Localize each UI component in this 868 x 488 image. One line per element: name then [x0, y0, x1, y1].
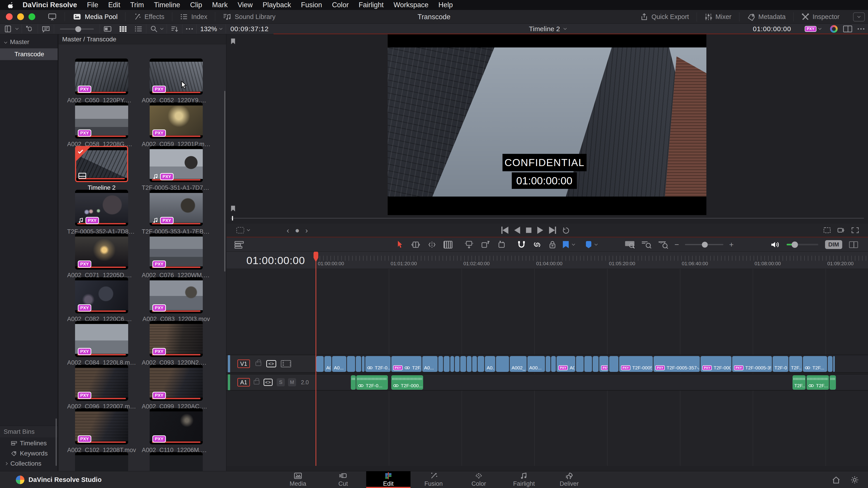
timeline-video-clip[interactable]: PXYT2F...	[391, 356, 422, 372]
loop-button[interactable]	[562, 226, 570, 234]
clip-thumbnail[interactable]: PXY	[150, 277, 203, 313]
a1-track-header[interactable]: A1 <> S M 2.0	[226, 375, 316, 390]
custom-zoom-icon[interactable]	[658, 240, 669, 249]
dim-button[interactable]: DIM	[825, 240, 842, 249]
timeline-video-clip[interactable]	[551, 356, 556, 372]
filmstrip-view-button[interactable]	[100, 24, 115, 34]
add-marker-icon[interactable]	[586, 241, 591, 248]
clip-thumbnail[interactable]: PXY	[75, 365, 128, 401]
media-pool-scrollbar[interactable]	[224, 91, 225, 271]
menu-help[interactable]: Help	[434, 1, 458, 9]
window-zoom-button[interactable]	[29, 13, 35, 20]
clip-thumbnail[interactable]: PXY	[150, 102, 203, 138]
media-pool-clip[interactable]	[150, 452, 203, 471]
timeline-video-clip[interactable]: T2F-0...	[365, 356, 391, 372]
proxy-mode-dropdown[interactable]: PXY	[801, 24, 825, 34]
media-pool-clip[interactable]: PXYA002_C099_1220AC.mov	[150, 365, 203, 401]
timeline-video-clip[interactable]	[455, 356, 460, 372]
clip-thumbnail[interactable]: PXY	[75, 321, 128, 357]
page-tab-fusion[interactable]: Fusion	[411, 471, 456, 488]
mixer-toggle[interactable]: Mixer	[697, 10, 739, 24]
timeline-video-clip[interactable]: T2F...	[789, 356, 802, 372]
timeline-video-clip[interactable]	[347, 356, 355, 372]
monitor-volume-slider[interactable]	[786, 244, 818, 246]
clip-thumbnail[interactable]: PXY	[75, 102, 128, 138]
page-tab-deliver[interactable]: Deliver	[547, 471, 591, 488]
timeline-video-clip[interactable]	[438, 356, 443, 372]
full-extent-zoom-icon[interactable]	[624, 240, 635, 249]
jog-control[interactable]: ‹ ● ›	[287, 224, 310, 237]
timeline-split-view-icon[interactable]	[849, 241, 858, 248]
timeline-video-clip[interactable]	[609, 356, 618, 372]
clip-thumbnail[interactable]: PXY	[75, 277, 128, 313]
metadata-toggle[interactable]: Metadata	[739, 10, 794, 24]
auto-select-icon[interactable]: <>	[266, 360, 276, 367]
timeline-video-clip[interactable]: PXYT2F-0005-35...	[732, 356, 772, 372]
media-pool-clip[interactable]: PXYA002_C052_1220Y9.mov	[150, 59, 203, 95]
clean-feed-icon[interactable]	[40, 10, 65, 24]
timeline-video-clip[interactable]	[467, 356, 471, 372]
menu-file[interactable]: File	[82, 1, 103, 9]
thumbnail-view-button[interactable]	[115, 24, 131, 34]
clip-thumbnail[interactable]: PXY	[75, 233, 128, 269]
timeline-video-clip[interactable]: A0...	[332, 356, 346, 372]
media-pool-clip[interactable]	[75, 452, 128, 471]
panel-collapse-button[interactable]	[853, 12, 865, 22]
dynamic-trim-mode-icon[interactable]	[427, 240, 437, 249]
media-pool-clip[interactable]: PXYA002_C093_1220N2.mov	[150, 321, 203, 357]
timeline-video-clip[interactable]	[460, 356, 466, 372]
relink-media-icon[interactable]	[22, 24, 38, 34]
menu-color[interactable]: Color	[327, 1, 354, 9]
clip-thumbnail[interactable]: PXY	[150, 321, 203, 357]
media-pool-clip[interactable]: PXYA002_C059_12201P.mov	[150, 102, 203, 138]
sidebar-scrollbar[interactable]	[56, 418, 57, 466]
sort-button[interactable]	[167, 24, 182, 34]
solo-button[interactable]: S	[277, 378, 285, 386]
track-name-v1[interactable]: V1	[237, 359, 250, 368]
timeline-video-clip[interactable]: A002_...	[510, 356, 527, 372]
inspector-toggle[interactable]: Inspector	[794, 10, 847, 24]
media-pool-options-icon[interactable]	[182, 24, 196, 34]
timeline-video-clip[interactable]: PXYT2F-0005-357-A...	[653, 356, 700, 372]
timeline-video-clip[interactable]: PXYT2F-000...	[701, 356, 732, 372]
flag-clip-icon[interactable]	[563, 241, 569, 248]
auto-select-icon[interactable]: <>	[264, 379, 273, 386]
timeline-audio-clip[interactable]	[351, 375, 356, 390]
timeline-selector[interactable]: Timeline 2	[529, 24, 566, 34]
window-close-button[interactable]	[6, 13, 13, 20]
page-tab-media[interactable]: Media	[276, 471, 320, 488]
stop-button[interactable]	[526, 228, 531, 233]
media-pool-clip[interactable]: PXYA002_C050_1220PY.mov	[75, 59, 128, 95]
clip-thumbnail[interactable]: PXY	[75, 408, 128, 445]
thumbnail-size-slider[interactable]	[60, 29, 94, 30]
sound-library-toggle[interactable]: Sound Library	[215, 10, 283, 24]
viewer-scrub-playhead[interactable]	[232, 216, 233, 221]
effects-toggle[interactable]: Effects	[125, 10, 172, 24]
timeline-zoom-slider[interactable]	[685, 244, 723, 245]
menu-edit[interactable]: Edit	[103, 1, 125, 9]
project-manager-icon[interactable]	[832, 476, 840, 484]
media-pool-clip[interactable]: PXYA002_C110_12206M.mov	[150, 408, 203, 445]
zoom-out-icon[interactable]: −	[675, 240, 679, 249]
v1-lane[interactable]: A0...A0...T2F-0...PXYT2F...A0...A0...A00…	[316, 355, 868, 372]
clip-thumbnail[interactable]: PXY	[150, 146, 203, 182]
window-minimize-button[interactable]	[17, 13, 24, 20]
trim-edit-mode-icon[interactable]	[411, 240, 421, 249]
slider-handle[interactable]	[75, 26, 81, 32]
menu-playback[interactable]: Playback	[258, 1, 296, 9]
play-reverse-button[interactable]	[514, 227, 520, 234]
expand-viewer-icon[interactable]	[851, 227, 859, 234]
audio-monitor-icon[interactable]	[770, 240, 780, 249]
insert-clip-icon[interactable]	[464, 240, 474, 249]
track-lock-icon[interactable]	[255, 361, 261, 366]
timeline-video-clip[interactable]	[362, 356, 365, 372]
resize-viewer-icon[interactable]	[823, 227, 831, 234]
clip-thumbnail[interactable]: PXY	[150, 408, 203, 445]
media-pool-clip[interactable]: PXYT2F-0005-353-A1-7EB2.mov	[150, 190, 203, 226]
menu-fairlight[interactable]: Fairlight	[354, 1, 389, 9]
viewer-marker-flag-icon[interactable]	[230, 38, 236, 45]
position-lock-icon[interactable]	[549, 240, 556, 249]
clip-thumbnail[interactable]: PXY	[150, 59, 203, 95]
timeline-video-clip[interactable]	[316, 356, 324, 372]
list-view-button[interactable]	[131, 24, 146, 34]
